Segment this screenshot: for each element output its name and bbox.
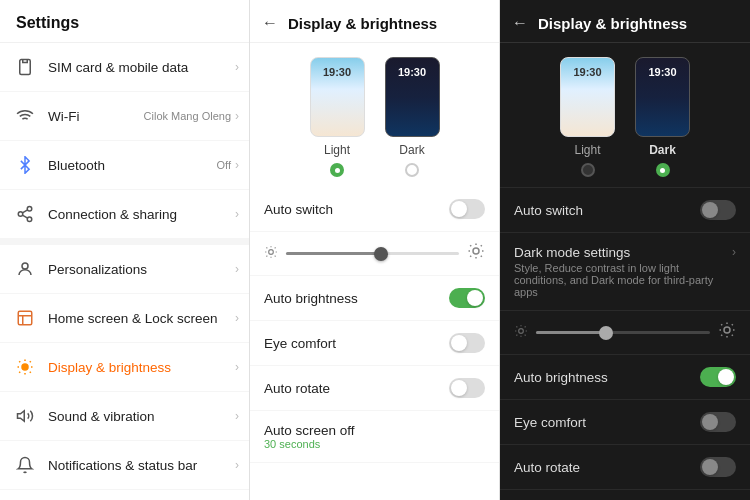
dark-theme-option[interactable]: 19:30 Dark bbox=[385, 57, 440, 177]
sidebar-item-wifi-label: Wi-Fi bbox=[48, 109, 144, 124]
sidebar-item-sim[interactable]: SIM card & mobile data › bbox=[0, 43, 249, 92]
sidebar-item-display-label: Display & brightness bbox=[48, 360, 235, 375]
dark-theme-radio[interactable] bbox=[405, 163, 419, 177]
dark-auto-rotate-toggle[interactable] bbox=[700, 457, 736, 477]
svg-line-4 bbox=[22, 215, 27, 218]
dark-panel-dark-time: 19:30 bbox=[636, 66, 689, 78]
eye-comfort-row: Eye comfort bbox=[250, 321, 499, 366]
eye-comfort-label: Eye comfort bbox=[264, 336, 449, 351]
sidebar-item-bluetooth[interactable]: Bluetooth Off › bbox=[0, 141, 249, 190]
dark-brightness-track[interactable] bbox=[536, 331, 710, 334]
sidebar-item-notifications-label: Notifications & status bar bbox=[48, 458, 235, 473]
chevron-icon: › bbox=[235, 109, 239, 123]
auto-screen-off-label: Auto screen off bbox=[264, 423, 355, 438]
sound-icon bbox=[12, 403, 38, 429]
wifi-icon bbox=[12, 103, 38, 129]
svg-point-8 bbox=[22, 364, 28, 370]
sidebar-item-personalization-label: Personalizations bbox=[48, 262, 235, 277]
auto-brightness-label: Auto brightness bbox=[264, 291, 449, 306]
auto-rotate-row: Auto rotate bbox=[250, 366, 499, 411]
dark-panel-dark-radio[interactable] bbox=[656, 163, 670, 177]
auto-screen-off-row: Auto screen off 30 seconds bbox=[250, 411, 499, 463]
brightness-max-icon bbox=[467, 242, 485, 265]
dark-mode-settings-sub: Style, Reduce contrast in low light cond… bbox=[514, 262, 732, 298]
settings-panel: Settings SIM card & mobile data › Wi-Fi … bbox=[0, 0, 250, 500]
display-light-title: Display & brightness bbox=[288, 15, 437, 32]
back-button[interactable]: ← bbox=[262, 14, 278, 32]
auto-brightness-row: Auto brightness bbox=[250, 276, 499, 321]
svg-line-5 bbox=[22, 210, 27, 213]
svg-point-6 bbox=[22, 263, 28, 269]
chevron-icon: › bbox=[235, 458, 239, 472]
brightness-row bbox=[250, 232, 499, 276]
dark-eye-comfort-toggle[interactable] bbox=[700, 412, 736, 432]
dark-panel-light-preview: 19:30 bbox=[560, 57, 615, 137]
brightness-track[interactable] bbox=[286, 252, 459, 255]
display-icon bbox=[12, 354, 38, 380]
wifi-sub: Cilok Mang Oleng bbox=[144, 110, 231, 122]
auto-switch-label: Auto switch bbox=[264, 202, 449, 217]
sidebar-item-wifi[interactable]: Wi-Fi Cilok Mang Oleng › bbox=[0, 92, 249, 141]
dark-theme-preview: 19:30 bbox=[385, 57, 440, 137]
svg-rect-7 bbox=[18, 311, 32, 325]
dark-dark-option[interactable]: 19:30 Dark bbox=[635, 57, 690, 177]
eye-comfort-toggle[interactable] bbox=[449, 333, 485, 353]
dark-panel-dark-preview: 19:30 bbox=[635, 57, 690, 137]
sidebar-item-sound[interactable]: Sound & vibration › bbox=[0, 392, 249, 441]
sim-icon bbox=[12, 54, 38, 80]
dark-back-button[interactable]: ← bbox=[512, 14, 528, 32]
light-theme-radio[interactable] bbox=[330, 163, 344, 177]
sidebar-item-personalization[interactable]: Personalizations › bbox=[0, 245, 249, 294]
chevron-icon: › bbox=[235, 262, 239, 276]
sidebar-item-face[interactable]: Face & password › bbox=[0, 490, 249, 500]
sidebar-item-sound-label: Sound & vibration bbox=[48, 409, 235, 424]
sidebar-item-notifications[interactable]: Notifications & status bar › bbox=[0, 441, 249, 490]
dark-auto-brightness-label: Auto brightness bbox=[514, 370, 700, 385]
dark-phone-time: 19:30 bbox=[386, 66, 439, 78]
chevron-icon: › bbox=[235, 360, 239, 374]
homescreen-icon bbox=[12, 305, 38, 331]
notifications-icon bbox=[12, 452, 38, 478]
auto-rotate-label: Auto rotate bbox=[264, 381, 449, 396]
bluetooth-sub: Off bbox=[217, 159, 231, 171]
svg-point-13 bbox=[473, 248, 479, 254]
dark-mode-settings-row[interactable]: Dark mode settings Style, Reduce contras… bbox=[500, 233, 750, 311]
dark-panel-light-radio[interactable] bbox=[581, 163, 595, 177]
dark-auto-brightness-row: Auto brightness bbox=[500, 355, 750, 400]
dark-mode-settings-chevron: › bbox=[732, 245, 736, 259]
chevron-icon: › bbox=[235, 60, 239, 74]
sidebar-item-connection[interactable]: Connection & sharing › bbox=[0, 190, 249, 239]
svg-point-1 bbox=[27, 207, 32, 212]
dark-light-option[interactable]: 19:30 Light bbox=[560, 57, 615, 177]
display-dark-header: ← Display & brightness bbox=[500, 0, 750, 43]
auto-switch-toggle[interactable] bbox=[449, 199, 485, 219]
settings-title: Settings bbox=[0, 0, 249, 43]
display-light-panel: ← Display & brightness 19:30 Light 19:30… bbox=[250, 0, 500, 500]
dark-panel-dark-label: Dark bbox=[649, 143, 676, 157]
sidebar-item-display[interactable]: Display & brightness › bbox=[0, 343, 249, 392]
svg-point-15 bbox=[724, 327, 730, 333]
brightness-min-icon bbox=[264, 245, 278, 262]
dark-brightness-max-icon bbox=[718, 321, 736, 344]
chevron-icon: › bbox=[235, 409, 239, 423]
dark-auto-brightness-toggle[interactable] bbox=[700, 367, 736, 387]
auto-screen-off-value: 30 seconds bbox=[264, 438, 355, 450]
light-theme-option[interactable]: 19:30 Light bbox=[310, 57, 365, 177]
sidebar-item-bluetooth-label: Bluetooth bbox=[48, 158, 217, 173]
sidebar-item-homescreen[interactable]: Home screen & Lock screen › bbox=[0, 294, 249, 343]
connection-icon bbox=[12, 201, 38, 227]
dark-auto-rotate-row: Auto rotate bbox=[500, 445, 750, 490]
auto-brightness-toggle[interactable] bbox=[449, 288, 485, 308]
dark-auto-switch-toggle[interactable] bbox=[700, 200, 736, 220]
dark-brightness-thumb bbox=[599, 326, 613, 340]
auto-rotate-toggle[interactable] bbox=[449, 378, 485, 398]
display-dark-title: Display & brightness bbox=[538, 15, 687, 32]
chevron-icon: › bbox=[235, 158, 239, 172]
light-theme-preview: 19:30 bbox=[310, 57, 365, 137]
chevron-icon: › bbox=[235, 207, 239, 221]
display-dark-panel: ← Display & brightness 19:30 Light 19:30… bbox=[500, 0, 750, 500]
brightness-thumb bbox=[374, 247, 388, 261]
dark-panel-light-time: 19:30 bbox=[561, 66, 614, 78]
svg-point-12 bbox=[269, 250, 274, 255]
auto-switch-row: Auto switch bbox=[250, 187, 499, 232]
